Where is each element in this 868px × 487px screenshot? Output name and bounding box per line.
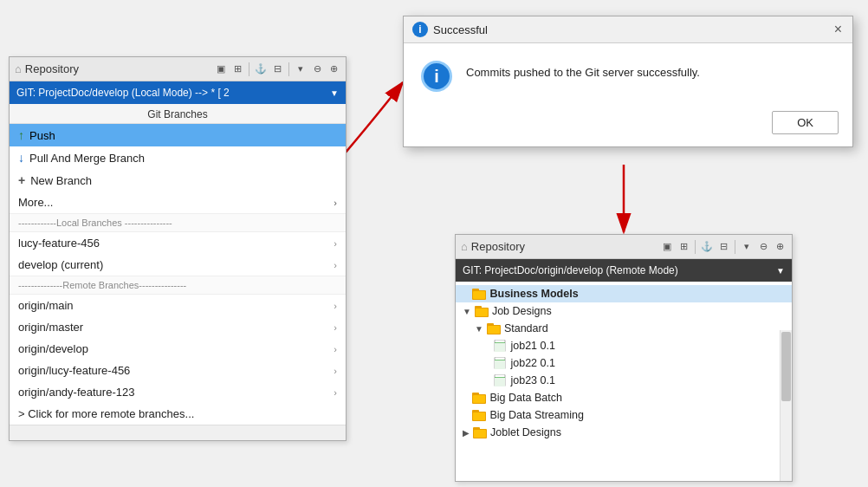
branch-arrow-icon4: ›	[334, 322, 337, 333]
more-menu-item[interactable]: More... ›	[10, 192, 346, 213]
right-branch-dropdown[interactable]: GIT: ProjectDoc/origin/develop (Remote M…	[456, 259, 792, 282]
folder-icon	[472, 288, 486, 300]
branch-origin-master[interactable]: origin/master ›	[10, 316, 346, 338]
left-panel-header: ⌂ Repository ▣ ⊞ ⚓ ⊟ ▾ ⊖ ⊕	[10, 57, 346, 81]
icon-settings[interactable]: ⊟	[270, 62, 284, 76]
tree-item-big-data-streaming[interactable]: Big Data Streaming	[456, 406, 792, 424]
right-icon-settings[interactable]: ⊟	[716, 240, 730, 254]
expand-standard-icon[interactable]: ▼	[475, 324, 483, 334]
new-branch-label: New Branch	[30, 174, 92, 187]
branch-arrow-icon6: ›	[334, 366, 337, 376]
svg-rect-9	[488, 326, 500, 334]
tree-item-job-designs[interactable]: ▼ Job Designs	[456, 302, 792, 320]
business-models-label: Business Models	[489, 288, 578, 300]
icon-plus[interactable]: ⊕	[327, 62, 340, 76]
joblet-designs-label: Joblet Designs	[490, 426, 561, 438]
branch-origin-andy[interactable]: origin/andy-feature-123 ›	[10, 381, 346, 403]
push-icon: ↑	[18, 128, 24, 142]
tree-item-job22[interactable]: job22 0.1	[456, 354, 792, 372]
branch-develop-current[interactable]: develop (current) ›	[10, 254, 346, 276]
git-branches-label: Git Branches	[10, 104, 346, 124]
branch-arrow-icon5: ›	[334, 344, 337, 354]
remote-branches-divider: --------------Remote Branches-----------…	[10, 276, 346, 295]
svg-rect-21	[473, 395, 485, 403]
more-arrow-icon: ›	[334, 198, 337, 208]
icon-refresh[interactable]: ⊞	[230, 62, 244, 76]
folder-bds-icon	[472, 409, 486, 421]
dialog-message: Commits pushed to the Git server success…	[466, 61, 700, 79]
right-home-icon: ⌂	[461, 240, 468, 253]
pull-icon: ↓	[18, 151, 24, 165]
file-indent	[487, 340, 489, 352]
icon-menu[interactable]: ▾	[294, 62, 308, 76]
svg-rect-12	[495, 343, 505, 352]
svg-rect-27	[474, 430, 486, 438]
file-indent3	[487, 374, 489, 386]
right-icon-minus[interactable]: ⊖	[756, 240, 770, 254]
right-icon-refresh[interactable]: ⊞	[677, 240, 690, 254]
ok-button[interactable]: OK	[772, 111, 839, 134]
big-data-streaming-label: Big Data Streaming	[489, 409, 583, 421]
left-branch-dropdown[interactable]: GIT: ProjectDoc/develop (Local Mode) -->…	[10, 81, 346, 104]
right-icon-menu[interactable]: ▾	[740, 240, 754, 254]
job22-label: job22 0.1	[510, 357, 554, 369]
branch-origin-develop[interactable]: origin/develop ›	[10, 338, 346, 360]
more-remote-branches[interactable]: > Click for more remote branches...	[10, 403, 346, 425]
right-icon-collapse[interactable]: ▣	[660, 240, 674, 254]
standard-label: Standard	[504, 322, 548, 334]
tree-item-business-models[interactable]: Business Models	[456, 285, 792, 302]
branch-origin-lucy[interactable]: origin/lucy-feature-456 ›	[10, 360, 346, 381]
local-branches-divider: ------------Local Branches -------------…	[10, 213, 346, 232]
branch-lucy-feature-456[interactable]: lucy-feature-456 ›	[10, 232, 346, 254]
push-menu-item[interactable]: ↑ Push	[10, 124, 346, 146]
file-icon-job21	[493, 340, 507, 352]
file-indent2	[487, 357, 489, 369]
branch-arrow-icon7: ›	[334, 387, 337, 398]
folder-joblet-icon	[473, 426, 487, 438]
dialog-footer: OK	[404, 106, 852, 146]
right-dropdown-arrow-icon: ▼	[776, 266, 785, 276]
separator2	[288, 62, 289, 76]
tree-item-standard[interactable]: ▼ Standard	[456, 320, 792, 337]
job-designs-label: Job Designs	[492, 305, 552, 317]
expand-placeholder	[466, 288, 469, 300]
folder-bdb-icon	[472, 392, 486, 404]
left-repository-panel: ⌂ Repository ▣ ⊞ ⚓ ⊟ ▾ ⊖ ⊕ GIT: ProjectD…	[9, 56, 347, 441]
branch-arrow-icon: ›	[334, 238, 337, 249]
dialog-close-button[interactable]: ×	[832, 22, 844, 37]
svg-rect-18	[495, 378, 505, 386]
dialog-titlebar: i Successful ×	[404, 16, 852, 43]
success-dialog: i Successful × i Commits pushed to the G…	[403, 16, 853, 147]
tree-scrollbar-thumb[interactable]	[781, 332, 791, 401]
file-icon-job23	[493, 374, 507, 386]
expand-joblet-icon[interactable]: ▶	[463, 428, 470, 438]
branch-origin-main[interactable]: origin/main ›	[10, 295, 346, 316]
pull-menu-item[interactable]: ↓ Pull And Merge Branch	[10, 146, 346, 169]
file-icon-job22	[493, 357, 507, 369]
big-data-batch-label: Big Data Batch	[489, 392, 561, 404]
branch-arrow-icon3: ›	[334, 301, 337, 311]
right-icon-link[interactable]: ⚓	[700, 240, 714, 254]
left-branch-label: GIT: ProjectDoc/develop (Local Mode) -->…	[16, 87, 230, 99]
right-icon-plus[interactable]: ⊕	[773, 240, 787, 254]
right-panel-header: ⌂ Repository ▣ ⊞ ⚓ ⊟ ▾ ⊖ ⊕	[456, 235, 792, 259]
icon-minus[interactable]: ⊖	[310, 62, 324, 76]
dialog-info-icon: i	[421, 61, 452, 92]
dialog-title: Successful	[433, 23, 827, 36]
icon-link[interactable]: ⚓	[254, 62, 268, 76]
expand-job-designs-icon[interactable]: ▼	[463, 307, 471, 316]
tree-view: Business Models ▼ Job Designs ▼ Standard…	[456, 282, 792, 445]
separator	[249, 62, 249, 76]
tree-item-job21[interactable]: job21 0.1	[456, 337, 792, 354]
dialog-body: i Commits pushed to the Git server succe…	[404, 43, 852, 106]
left-panel-title: Repository	[25, 62, 79, 75]
new-branch-menu-item[interactable]: + New Branch	[10, 169, 346, 192]
push-label: Push	[29, 129, 55, 142]
tree-item-big-data-batch[interactable]: Big Data Batch	[456, 389, 792, 406]
tree-item-job23[interactable]: job23 0.1	[456, 372, 792, 389]
tree-scrollbar[interactable]	[780, 330, 792, 481]
tree-item-joblet-designs[interactable]: ▶ Joblet Designs	[456, 424, 792, 441]
right-panel-toolbar: ▣ ⊞ ⚓ ⊟ ▾ ⊖ ⊕	[660, 240, 787, 254]
pull-label: Pull And Merge Branch	[29, 152, 145, 165]
icon-collapse[interactable]: ▣	[214, 62, 228, 76]
